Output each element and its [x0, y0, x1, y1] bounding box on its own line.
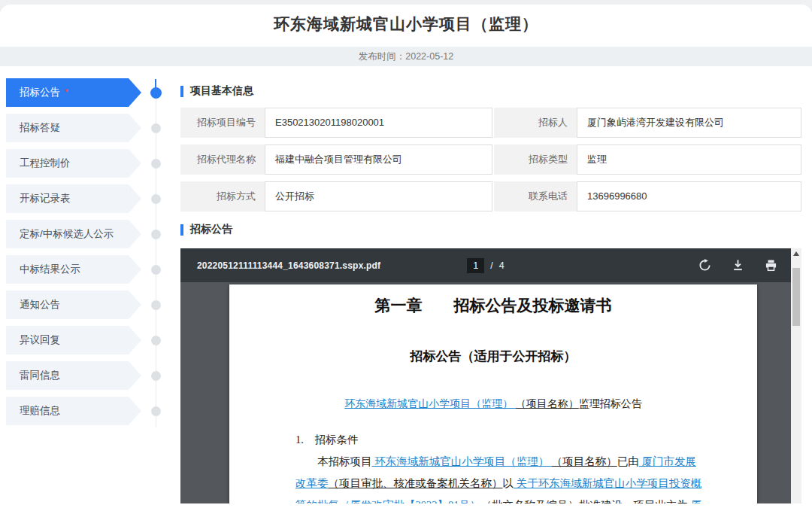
sidebar-item[interactable]: 异议回复 — [6, 326, 141, 354]
sidebar-item[interactable]: 定标/中标候选人公示 — [6, 220, 141, 248]
section-accent-bar — [180, 224, 183, 236]
document-text: （批文名称及编号） — [481, 499, 580, 503]
timeline-dot — [151, 300, 161, 310]
document-chapter-heading: 第一章 招标公告及投标邀请书 — [229, 295, 757, 316]
timeline-dot — [150, 87, 162, 99]
sidebar-item-label: 雷同信息 — [20, 370, 60, 381]
sidebar-item-label: 招标公告 — [20, 87, 60, 98]
field-value: 13696996680 — [577, 181, 801, 211]
field-label: 招标类型 — [494, 144, 577, 175]
document-link-text: 环东海域新城官山小学项目（监理） — [372, 455, 552, 467]
document-text: （项目审批、核准或备案机关名称） — [329, 477, 503, 489]
sidebar-item[interactable]: 中标结果公示 — [6, 255, 141, 284]
page-separator: / — [490, 260, 492, 271]
document-link-text: 环东海域新城官山小学项目（监理） — [344, 398, 516, 409]
document-section-heading: 1. 招标条件 — [295, 433, 358, 447]
document-link-text: 厦 — [688, 499, 701, 503]
publish-time: 发布时间：2022-05-12 — [0, 47, 812, 66]
timeline-dot — [151, 265, 161, 275]
timeline-dot — [151, 159, 161, 169]
timeline-dot — [151, 371, 161, 381]
sidebar-item-label: 异议回复 — [20, 334, 60, 345]
document-paragraph-line: 改革委（项目审批、核准或备案机关名称）以 关于环东海域新城官山小学项目投资概 — [295, 473, 715, 494]
field-value: E3502130201198020001 — [265, 108, 492, 138]
document-text: 本招标项目 — [317, 455, 372, 467]
page-title: 环东海域新城官山小学项目（监理） — [0, 5, 812, 44]
page-header: 环东海域新城官山小学项目（监理） — [0, 5, 812, 42]
sidebar-item-label: 工程控制价 — [20, 157, 71, 169]
pdf-page-input[interactable]: 1 — [467, 258, 484, 273]
sidebar-item[interactable]: 雷同信息 — [6, 361, 141, 390]
document-text: （项目名称） — [552, 455, 617, 467]
sidebar-item-label: 开标记录表 — [20, 193, 71, 204]
sidebar-item-label: 理赔信息 — [20, 405, 60, 416]
section-title: 项目基本信息 — [190, 84, 253, 98]
document-text: 以 — [503, 477, 514, 489]
sidebar-item[interactable]: 工程控制价 — [6, 149, 141, 178]
field-value: 监理 — [577, 144, 801, 175]
document-text: 已由 — [617, 455, 639, 467]
document-paragraph-line: 本招标项目 环东海域新城官山小学项目（监理） （项目名称）已由 厦门市发展 — [295, 451, 715, 473]
timeline-dot — [151, 336, 161, 345]
scroll-up-icon[interactable] — [793, 251, 799, 256]
field-label: 招标人 — [494, 108, 577, 138]
download-icon[interactable] — [732, 259, 744, 272]
field-label: 招标代理名称 — [180, 144, 265, 175]
section-header-announcement: 招标公告 — [180, 223, 232, 236]
timeline-dot — [151, 194, 161, 204]
timeline-dot — [151, 230, 161, 239]
sidebar-item[interactable]: 招标公告* — [6, 78, 141, 107]
pdf-viewer: 20220512111113444_1643608371.sspx.pdf 1/… — [180, 248, 801, 503]
document-paragraph: 本招标项目 环东海域新城官山小学项目（监理） （项目名称）已由 厦门市发展改革委… — [295, 451, 715, 503]
sidebar-item[interactable]: 招标答疑 — [6, 114, 141, 142]
field-value: 厦门象屿港湾开发建设有限公司 — [577, 108, 801, 138]
sidebar-item-label: 通知公告 — [20, 299, 60, 310]
field-label: 联系电话 — [494, 181, 577, 211]
document-link-text: 算的批复（厦发改审批【2022】81号） — [295, 499, 481, 503]
sidebar-item-label: 定标/中标候选人公示 — [20, 228, 114, 239]
sidebar-item-label: 中标结果公示 — [20, 263, 80, 275]
document-title-line: 环东海域新城官山小学项目（监理） （项目名称）监理招标公告 — [229, 397, 757, 411]
field-label: 招标方式 — [180, 181, 265, 211]
table-row: 招标方式公开招标联系电话13696996680 — [180, 181, 801, 211]
table-row: 招标项目编号E3502130201198020001招标人厦门象屿港湾开发建设有… — [180, 108, 801, 138]
document-subheading: 招标公告（适用于公开招标） — [229, 348, 757, 365]
document-link-text: 改革委 — [295, 477, 329, 489]
sidebar: 招标公告*招标答疑工程控制价开标记录表定标/中标候选人公示中标结果公示通知公告异… — [6, 78, 141, 432]
pdf-page: 第一章 招标公告及投标邀请书 招标公告（适用于公开招标） 环东海域新城官山小学项… — [229, 284, 757, 503]
section-accent-bar — [180, 86, 183, 97]
pdf-content-area[interactable]: 第一章 招标公告及投标邀请书 招标公告（适用于公开招标） 环东海域新城官山小学项… — [180, 282, 791, 503]
sidebar-item[interactable]: 通知公告 — [6, 291, 141, 319]
document-text: （项目名称） — [516, 398, 579, 409]
field-value: 福建中融合项目管理有限公司 — [265, 144, 492, 175]
rotate-icon[interactable] — [698, 259, 711, 272]
main-container: 环东海域新城官山小学项目（监理） 发布时间：2022-05-12 招标公告*招标… — [0, 5, 812, 508]
timeline-dot — [151, 123, 161, 133]
scrollbar-thumb[interactable] — [792, 268, 800, 326]
document-text: 批准建设，项目业主为 — [579, 499, 688, 503]
sidebar-item[interactable]: 理赔信息 — [6, 397, 141, 425]
sidebar-item[interactable]: 开标记录表 — [6, 184, 141, 213]
section-title: 招标公告 — [190, 223, 232, 236]
document-paragraph-line: 算的批复（厦发改审批【2022】81号）（批文名称及编号）批准建设，项目业主为 … — [295, 494, 715, 503]
pdf-scrollbar[interactable] — [791, 248, 801, 503]
document-link-text: 关于环东海域新城官山小学项目投资概 — [514, 477, 701, 489]
pdf-toolbar: 20220512111113444_1643608371.sspx.pdf 1/… — [180, 248, 791, 282]
required-asterisk: * — [65, 87, 68, 98]
pdf-total-pages: 4 — [499, 260, 504, 271]
field-label: 招标项目编号 — [180, 108, 265, 138]
document-link-text: 厦门市发展 — [639, 455, 696, 467]
basic-info-table: 招标项目编号E3502130201198020001招标人厦门象屿港湾开发建设有… — [180, 108, 801, 218]
print-icon[interactable] — [765, 259, 777, 272]
timeline-dot — [151, 406, 161, 416]
table-row: 招标代理名称福建中融合项目管理有限公司招标类型监理 — [180, 144, 801, 175]
section-header-basic-info: 项目基本信息 — [180, 84, 253, 98]
sidebar-item-label: 招标答疑 — [20, 122, 60, 133]
pdf-toolbar-icons — [698, 259, 791, 272]
field-value: 公开招标 — [265, 181, 492, 211]
document-text: 监理招标公告 — [579, 398, 642, 409]
